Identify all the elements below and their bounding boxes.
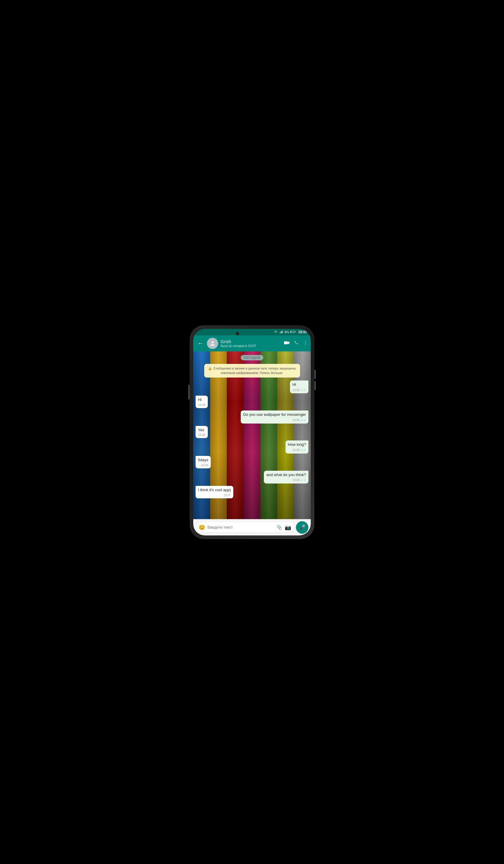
read-receipt-icon: ✓✓: [301, 418, 306, 422]
camera-button[interactable]: 📷: [285, 524, 291, 531]
message-meta: 19:06 ✓✓: [288, 448, 306, 452]
vol-down: [314, 381, 316, 390]
message-text: Hi: [198, 397, 202, 402]
mic-button[interactable]: 🎤: [296, 521, 308, 533]
read-receipt-icon: ✓✓: [301, 388, 306, 392]
back-button[interactable]: ←: [196, 339, 204, 348]
message-time: 19:05: [292, 388, 300, 392]
more-icon[interactable]: ⋮: [303, 340, 308, 346]
message-meta: 19:05: [198, 403, 205, 407]
svg-rect-6: [295, 331, 296, 332]
message-row: 5days 19:06: [196, 456, 308, 468]
message-time: 19:05: [292, 418, 300, 422]
message-text: 5days: [198, 458, 208, 462]
message-time: 19:06: [201, 463, 208, 467]
voice-call-icon[interactable]: [294, 340, 299, 346]
vol-up: [314, 370, 316, 379]
status-bar: 8% 19:07: [193, 329, 311, 335]
read-receipt-icon: ✓✓: [301, 448, 306, 452]
read-receipt-icon: ✓✓: [301, 478, 306, 482]
security-notice: 🔒 Сообщения и звонки в данном чате тепер…: [204, 364, 300, 378]
message-bubble: 5days 19:06: [196, 456, 211, 468]
svg-rect-2: [281, 331, 282, 333]
svg-rect-0: [279, 333, 280, 333]
svg-rect-8: [284, 341, 288, 344]
message-text: I think it's cool app): [198, 488, 231, 492]
message-bubble: Do you use wallpaper for messenger 19:05…: [241, 410, 308, 423]
message-row: How long? 19:06 ✓✓: [196, 441, 308, 453]
contact-name: Grish: [220, 339, 282, 344]
message-bubble: Hi 19:05: [196, 396, 208, 408]
message-meta: 19:06: [198, 433, 205, 437]
status-icons: 8% 19:07: [274, 330, 307, 334]
emoji-button[interactable]: 😊: [199, 524, 205, 531]
power-button: [188, 385, 190, 399]
app-bar: ← Grish был(-а) сегодня в 19:07: [193, 335, 311, 351]
contact-avatar: [207, 338, 218, 349]
input-bar: 😊 📎 📷 🎤: [193, 519, 311, 536]
status-time: 19:07: [298, 330, 307, 334]
svg-rect-5: [291, 331, 291, 333]
message-time: 19:05: [198, 403, 205, 407]
message-meta: 19:06: [198, 463, 208, 467]
message-time: 19:06: [292, 448, 300, 452]
message-bubble: and what do you think? 19:06 ✓✓: [264, 471, 308, 483]
message-text: and what do you think?: [266, 472, 306, 477]
date-chip: СЕГОДНЯ: [241, 355, 263, 360]
wifi-icon: [274, 331, 278, 334]
svg-rect-3: [282, 331, 283, 333]
message-row: and what do you think? 19:06 ✓✓: [196, 471, 308, 483]
chat-content: СЕГОДНЯ 🔒 Сообщения и звонки в данном ча…: [193, 351, 311, 501]
message-bubble: Hi 19:05 ✓✓: [290, 381, 308, 393]
message-meta: 19:05 ✓✓: [292, 388, 306, 392]
message-time: 19:06: [292, 478, 300, 482]
battery-percent: 8%: [284, 331, 289, 334]
message-meta: 19:07: [198, 493, 231, 497]
phone-screen: 8% 19:07 ←: [193, 329, 311, 536]
message-bubble: I think it's cool app) 19:07: [196, 486, 233, 498]
message-row: Do you use wallpaper for messenger 19:05…: [196, 410, 308, 423]
message-row: Hi 19:05: [196, 396, 308, 408]
message-time: 19:06: [198, 433, 205, 437]
mic-icon: 🎤: [299, 524, 305, 531]
chat-area[interactable]: СЕГОДНЯ 🔒 Сообщения и звонки в данном ча…: [193, 351, 311, 519]
battery-icon: [290, 331, 296, 334]
phone-device: 8% 19:07 ←: [190, 325, 314, 539]
message-row: Hi 19:05 ✓✓: [196, 381, 308, 393]
app-screen: 8% 19:07 ←: [193, 329, 311, 536]
message-row: Yes 19:06: [196, 426, 308, 439]
contact-status: был(-а) сегодня в 19:07: [220, 344, 282, 348]
message-text: Hi: [292, 382, 296, 387]
message-text: Yes: [198, 428, 204, 432]
message-meta: 19:05 ✓✓: [243, 418, 306, 422]
action-icons: ⋮: [284, 340, 308, 346]
message-text: How long?: [288, 442, 306, 447]
message-input[interactable]: [207, 525, 274, 529]
input-wrapper: 😊 📎 📷: [196, 523, 294, 532]
contact-info[interactable]: Grish был(-а) сегодня в 19:07: [220, 339, 282, 348]
message-time: 19:07: [224, 493, 231, 497]
message-bubble: How long? 19:06 ✓✓: [286, 441, 308, 453]
message-row: I think it's cool app) 19:07: [196, 486, 308, 498]
signal-icon: [279, 331, 283, 334]
message-meta: 19:06 ✓✓: [266, 478, 306, 482]
svg-rect-1: [280, 332, 281, 333]
volume-buttons: [314, 370, 316, 390]
svg-point-7: [211, 341, 214, 344]
attach-button[interactable]: 📎: [276, 525, 282, 530]
message-bubble: Yes 19:06: [196, 426, 208, 439]
message-text: Do you use wallpaper for messenger: [243, 412, 306, 417]
video-call-icon[interactable]: [284, 341, 290, 346]
